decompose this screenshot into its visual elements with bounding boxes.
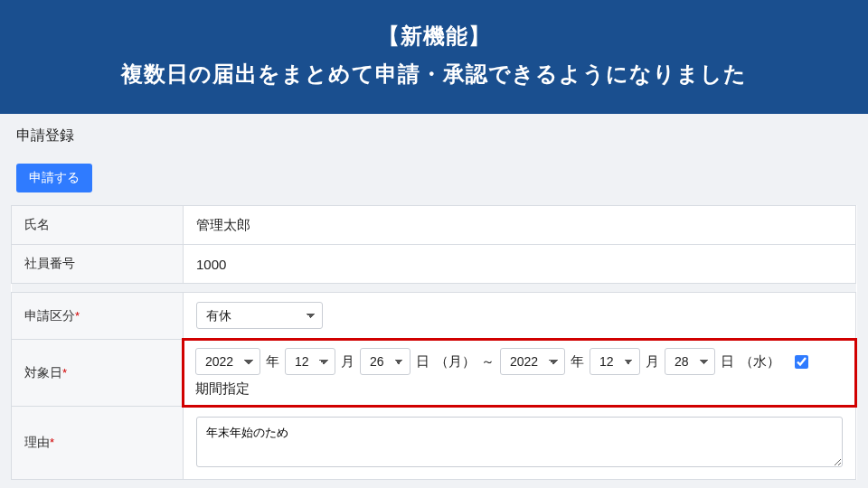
row-emp-no: 社員番号 1000: [12, 245, 856, 284]
row-name: 氏名 管理太郎: [12, 206, 856, 245]
range-checkbox[interactable]: [795, 355, 808, 369]
unit-month: 月: [646, 353, 659, 371]
label-emp-no: 社員番号: [12, 245, 184, 284]
required-mark: *: [75, 309, 80, 323]
required-mark: *: [50, 436, 54, 449]
unit-day: 日: [416, 353, 429, 371]
from-day-select[interactable]: 26: [360, 348, 410, 375]
unit-year: 年: [266, 353, 279, 371]
to-month-select[interactable]: 12: [590, 348, 640, 375]
label-name: 氏名: [12, 206, 184, 245]
to-year-select[interactable]: 2022: [500, 348, 565, 375]
from-year-select[interactable]: 2022: [195, 348, 260, 375]
value-name: 管理太郎: [184, 206, 856, 245]
label-target: 対象日*: [12, 340, 184, 407]
range-tilde: ～: [481, 353, 495, 371]
section-title: 申請登録: [0, 114, 868, 155]
unit-month: 月: [341, 353, 354, 371]
type-select[interactable]: 有休: [196, 302, 323, 329]
feature-banner: 【新機能】 複数日の届出をまとめて申請・承認できるようになりました: [0, 0, 868, 114]
from-weekday: （月）: [435, 353, 476, 371]
row-reason: 理由*: [12, 407, 856, 480]
submit-button[interactable]: 申請する: [16, 164, 92, 192]
value-emp-no: 1000: [184, 245, 856, 284]
to-weekday: （水）: [740, 353, 780, 371]
unit-year: 年: [571, 353, 584, 371]
from-month-select[interactable]: 12: [285, 348, 335, 375]
banner-subtitle: 複数日の届出をまとめて申請・承認できるようになりました: [18, 60, 850, 89]
label-reason: 理由*: [12, 407, 184, 480]
target-date-cell: 2022 年 12 月 26 日 （月） ～ 2022 年 12 月 28 日 …: [184, 340, 856, 407]
banner-title: 【新機能】: [18, 22, 850, 51]
row-target: 対象日* 2022 年 12 月 26 日 （月） ～ 2022 年 12 月 …: [12, 340, 856, 407]
unit-day: 日: [721, 353, 734, 371]
row-type: 申請区分* 有休: [12, 293, 856, 340]
form-table: 氏名 管理太郎 社員番号 1000 申請区分* 有休 対象日* 202: [11, 205, 857, 480]
range-checkbox-label: 期間指定: [195, 380, 250, 398]
reason-textarea[interactable]: [196, 417, 843, 467]
required-mark: *: [62, 366, 67, 380]
label-type: 申請区分*: [12, 293, 184, 340]
form-panel: 申請登録 申請する 氏名 管理太郎 社員番号 1000 申請区分* 有休 対象日…: [0, 114, 868, 480]
to-day-select[interactable]: 28: [665, 348, 715, 375]
